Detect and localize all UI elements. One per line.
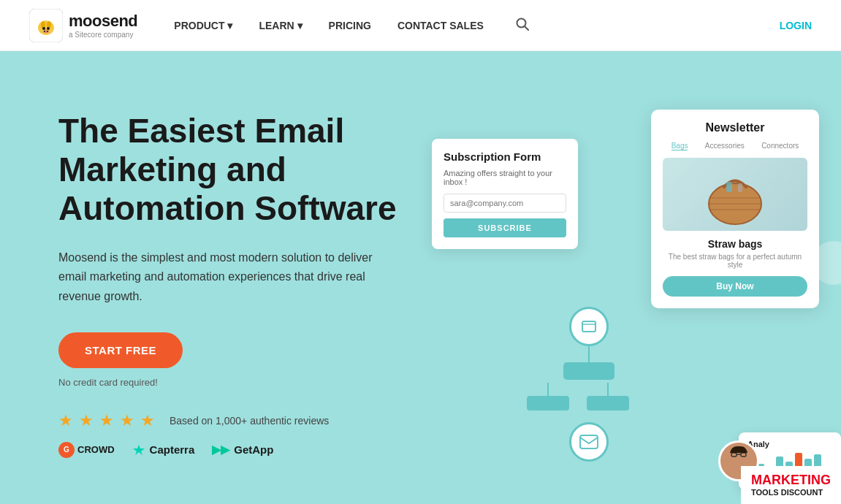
nav-learn[interactable]: LEARN ▾ (259, 20, 302, 31)
marketing-badge-title: MARKETING (751, 473, 831, 488)
flow-branch-node-left (527, 396, 569, 411)
getapp-icon: ▶▶ (212, 443, 229, 457)
newsletter-card-title: Newsletter (663, 121, 807, 134)
logo[interactable]: moosend a Sitecore company (29, 9, 137, 42)
star-3: ★ (99, 411, 114, 430)
capterra-icon (132, 443, 145, 457)
analytics-card-title: Analy (747, 440, 832, 448)
buy-now-button[interactable]: Buy Now (663, 276, 807, 297)
email-icon (579, 435, 598, 449)
svg-rect-20 (726, 182, 732, 192)
login-button[interactable]: LOGIN (780, 20, 812, 31)
flow-line-left (547, 383, 549, 396)
hero-title: The Easiest Email Marketing and Automati… (58, 112, 453, 228)
hero-illustration: Subscription Form Amazing offers straigh… (432, 95, 841, 504)
flow-branch-node-right (587, 396, 629, 411)
navbar: moosend a Sitecore company PRODUCT ▾ LEA… (0, 0, 841, 51)
svg-point-8 (47, 31, 48, 32)
capterra-label: Capterra (150, 443, 195, 456)
subscription-email-input[interactable] (444, 194, 566, 213)
svg-rect-21 (738, 183, 742, 192)
star-1: ★ (58, 411, 73, 430)
hero-content: The Easiest Email Marketing and Automati… (58, 112, 453, 458)
g2-icon: G (58, 442, 75, 458)
flow-email-node (569, 422, 609, 462)
svg-point-4 (42, 27, 45, 30)
getapp-label: GetApp (234, 443, 273, 456)
hero-section: The Easiest Email Marketing and Automati… (0, 51, 841, 504)
review-badges: G CROWD Capterra ▶▶ GetApp (58, 442, 453, 458)
newsletter-tab-bags[interactable]: Bags (671, 142, 688, 150)
flow-branches (527, 383, 629, 411)
newsletter-product-image (663, 158, 807, 231)
svg-rect-14 (580, 435, 598, 448)
capterra-badge: Capterra (132, 443, 195, 457)
g2-badge: G CROWD (58, 442, 115, 458)
moosend-logo-icon (29, 9, 63, 42)
svg-line-10 (525, 26, 528, 30)
svg-marker-11 (133, 445, 145, 455)
getapp-badge: ▶▶ GetApp (212, 443, 273, 457)
marketing-tools-badge: MARKETING TOOLS DISCOUNT (741, 466, 841, 504)
star-5: ★ (140, 411, 155, 430)
star-2: ★ (79, 411, 94, 430)
svg-point-5 (47, 27, 50, 30)
svg-rect-12 (582, 321, 595, 332)
svg-point-7 (44, 31, 45, 32)
newsletter-product-name: Straw bags (663, 238, 807, 250)
reviews-text: Based on 1,000+ authentic reviews (170, 415, 329, 427)
hero-subtitle: Moosend is the simplest and most modern … (58, 248, 395, 306)
flow-line-1 (588, 346, 590, 362)
automation-flow (527, 307, 629, 462)
flow-node-middle (563, 362, 614, 380)
star-4: ★ (120, 411, 134, 430)
nav-pricing[interactable]: PRICING (329, 20, 371, 31)
newsletter-tabs: Bags Accessories Connectors (663, 142, 807, 150)
nav-contact-sales[interactable]: CONTACT SALES (397, 20, 484, 31)
subscription-card-title: Subscription Form (444, 150, 566, 163)
subscription-card-desc: Amazing offers straight to your inbox ! (444, 169, 566, 186)
no-credit-card-text: No credit card required! (58, 377, 453, 388)
newsletter-card: Newsletter Bags Accessories Connectors (651, 110, 819, 308)
flow-line-right (607, 383, 609, 396)
marketing-badge-subtitle: TOOLS DISCOUNT (751, 488, 831, 497)
subscription-form-card: Subscription Form Amazing offers straigh… (432, 139, 578, 249)
ratings-row: ★ ★ ★ ★ ★ Based on 1,000+ authentic revi… (58, 411, 453, 430)
straw-bag-svg (699, 161, 772, 227)
nav-links: PRODUCT ▾ LEARN ▾ PRICING CONTACT SALES (174, 18, 779, 34)
newsletter-product-desc: The best straw bags for a perfect autumn… (663, 253, 807, 269)
newsletter-tab-accessories[interactable]: Accessories (705, 142, 745, 150)
search-icon[interactable] (516, 18, 529, 34)
logo-text: moosend a Sitecore company (69, 12, 137, 39)
newsletter-tab-connectors[interactable]: Connectors (761, 142, 799, 150)
start-free-button[interactable]: START FREE (58, 332, 183, 368)
g2-label: CROWD (77, 444, 115, 455)
subscription-subscribe-button[interactable]: SUBSCRIBE (444, 218, 566, 237)
nav-product[interactable]: PRODUCT ▾ (174, 20, 232, 31)
flow-node-icon (580, 318, 598, 335)
flow-node-top (569, 307, 609, 346)
